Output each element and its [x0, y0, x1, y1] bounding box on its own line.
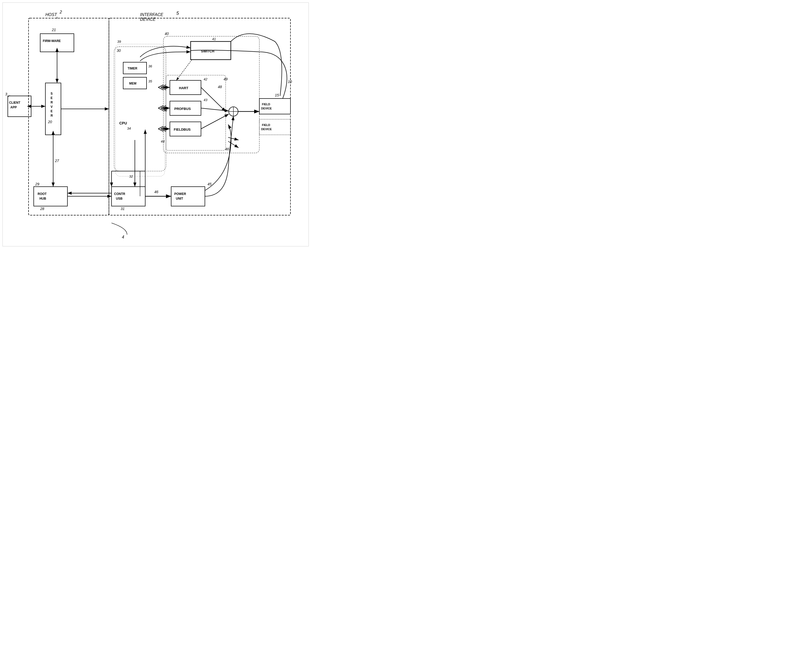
- mem-num: 35: [148, 79, 152, 83]
- client-num: 3: [5, 92, 7, 96]
- num-32: 32: [129, 174, 133, 178]
- field-dev1-label2: DEVICE: [261, 107, 272, 110]
- client-app-label: CLIENT: [9, 101, 20, 104]
- num-27: 27: [55, 159, 60, 163]
- hart-num: 42: [204, 77, 208, 81]
- root-hub-label1: ROOT: [38, 192, 47, 196]
- interface-label: INTERFACE: [140, 12, 163, 17]
- cpu-switch-arrow2: [140, 52, 191, 61]
- num-48: 48: [218, 85, 222, 89]
- num-49: 49: [224, 77, 228, 81]
- host-num: 2: [60, 10, 62, 14]
- contr-usb-label1: CONTR: [114, 192, 125, 196]
- timer-num: 36: [148, 64, 152, 68]
- fieldbus-num: 44: [161, 139, 165, 143]
- fork-arrow1: [228, 137, 239, 140]
- server-num: 20: [48, 120, 52, 124]
- profbus-num: 43: [204, 98, 208, 102]
- interface-boundary: [109, 18, 290, 215]
- num-39: 39: [117, 40, 121, 44]
- cpu-label: CPU: [119, 121, 127, 125]
- fieldbus-combiner-arrow: [201, 114, 229, 129]
- field-dev1-label1: FIELD: [262, 103, 270, 106]
- switch-label: SWITCH: [201, 49, 214, 53]
- num-29: 29: [35, 182, 40, 186]
- server-r: R: [50, 101, 53, 104]
- mem-label: MEM: [129, 82, 136, 85]
- protocol-box: [166, 75, 226, 150]
- root-hub-box: [34, 187, 67, 206]
- field-dev2-label1: FIELD: [262, 123, 270, 127]
- server-e2: E: [50, 110, 53, 113]
- firmware-label: FIRM-WARE: [43, 39, 61, 43]
- timer-label: TIMER: [128, 67, 137, 70]
- num-40: 40: [165, 32, 169, 36]
- contr-usb-label2: USB: [116, 197, 123, 200]
- server-r2: R: [50, 114, 53, 117]
- contr-usb-num: 31: [121, 207, 125, 211]
- server-box: [46, 83, 61, 135]
- field-device2-box: [259, 119, 290, 135]
- server-s: S: [50, 92, 53, 95]
- host-label: HOST: [46, 12, 57, 17]
- power-unit-label2: UNIT: [176, 197, 183, 200]
- field-device1-box: [259, 99, 290, 114]
- hart-label: HART: [179, 86, 188, 90]
- fork-arrow2: [228, 141, 239, 148]
- switch-num: 41: [212, 37, 216, 41]
- interface-device-label: DEVICE: [140, 17, 156, 21]
- firmware-num: 21: [52, 28, 56, 32]
- firmware-box: [40, 34, 74, 52]
- power-unit-label1: POWER: [174, 192, 186, 196]
- num-15: 15: [275, 93, 279, 97]
- interface-num: 5: [176, 11, 179, 16]
- client-app-label2: APP: [11, 105, 17, 109]
- profbus-combiner-arrow: [201, 108, 229, 111]
- host-boundary: [29, 18, 109, 215]
- profbus-label: PROFBUS: [174, 107, 191, 111]
- root-hub-num: 28: [40, 207, 44, 211]
- field-dev2-label2: DEVICE: [261, 128, 272, 131]
- num-30: 30: [117, 49, 121, 53]
- switch-loop-path: [231, 34, 282, 96]
- cpu-num: 34: [127, 127, 131, 130]
- fieldbus-label: FIELDBUS: [174, 128, 191, 131]
- num-46: 46: [154, 190, 159, 194]
- cpu-inner-box: [114, 47, 166, 171]
- power-unit-box: [171, 187, 205, 206]
- diagram-container: HOST 2 INTERFACE DEVICE 5 CLIENT APP 3 S…: [0, 0, 311, 249]
- num-4: 4: [122, 235, 124, 239]
- num-10: 10: [288, 79, 292, 84]
- server-e: E: [50, 96, 53, 100]
- switch-hart-dashed: [176, 59, 192, 80]
- num-46b: 46: [225, 147, 229, 151]
- cpu-group-box: [115, 44, 165, 176]
- server-v: V: [50, 105, 53, 109]
- num-45: 45: [208, 182, 212, 186]
- power-split-arrow: [205, 125, 231, 191]
- root-hub-label2: HUB: [40, 197, 46, 200]
- num4-arrow: [111, 223, 127, 235]
